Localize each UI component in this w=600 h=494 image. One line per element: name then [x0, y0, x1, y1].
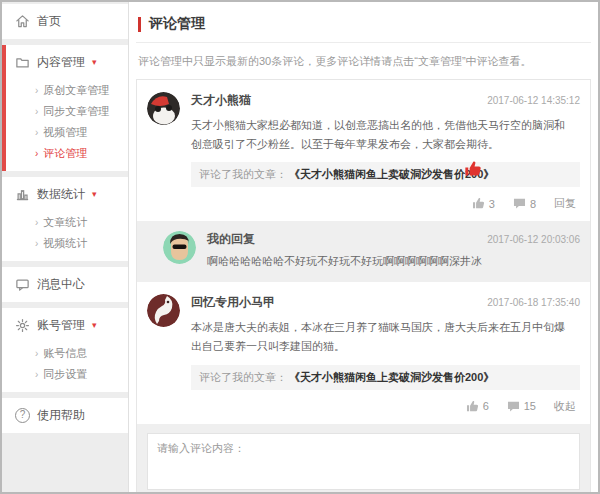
my-reply-item: 我的回复 2017-06-12 20:03:06 啊哈哈哈哈哈哈不好玩不好玩不好…: [137, 221, 590, 282]
comment-text: 本冰是唐大夫的表姐，本冰在三月养了猫咪马国庆，唐大夫后来在五月中旬爆出自己要养一…: [191, 318, 573, 355]
sidebar-group-messages: 消息中心: [2, 267, 128, 302]
comment-input[interactable]: [147, 433, 580, 490]
sidebar-item-label: 首页: [37, 13, 61, 30]
comment-timestamp: 2017-06-12 14:35:12: [487, 95, 580, 106]
chevron-right-icon: ›: [35, 348, 38, 359]
reply-link[interactable]: 回复: [554, 196, 576, 211]
like-button[interactable]: 6: [466, 400, 489, 413]
comment-text: 天才小熊猫大家想必都知道，以创意恶搞出名的他，凭借他天马行空的脑洞和创意吸引了不…: [191, 116, 573, 153]
comment-bubble-icon: [514, 199, 525, 209]
quoted-article: 评论了我的文章：《天才小熊猫闲鱼上卖破洞沙发售价200》: [191, 365, 580, 390]
thumb-up-icon: [473, 198, 484, 208]
main-content: 评论管理 评论管理中只显示最新的30条评论，更多评论详情请点击“文章管理”中评论…: [129, 2, 598, 492]
sidebar-subitem-label: 文章统计: [43, 215, 87, 230]
comment-item: 回忆专用小马甲 2017-06-18 17:35:40 本冰是唐大夫的表姐，本冰…: [137, 282, 590, 423]
page-header: 评论管理: [136, 2, 591, 43]
sidebar-group-content: 内容管理 ▾ › 原创文章管理 › 同步文章管理 › 视频管理 › 评: [2, 45, 128, 171]
sidebar-item-label: 内容管理: [37, 54, 85, 71]
sidebar-item-message-center[interactable]: 消息中心: [2, 267, 128, 302]
comment-body: 回忆专用小马甲 2017-06-18 17:35:40 本冰是唐大夫的表姐，本冰…: [191, 294, 580, 419]
sidebar-item-video-stats[interactable]: › 视频统计: [2, 233, 128, 254]
sidebar-group-stats: 数据统计 ▾ › 文章统计 › 视频统计: [2, 177, 128, 261]
sidebar-group-home: 首页: [2, 4, 128, 39]
message-icon: [15, 277, 30, 292]
sidebar-item-sync-articles[interactable]: › 同步文章管理: [2, 101, 128, 122]
sidebar: 首页 内容管理 ▾ › 原创文章管理 › 同步文章管理: [2, 2, 129, 492]
reply-header: 我的回复 2017-06-12 20:03:06: [207, 231, 580, 248]
comment-count-button[interactable]: 8: [513, 197, 536, 210]
comment-author: 回忆专用小马甲: [191, 294, 275, 311]
comment-body: 天才小熊猫 2017-06-12 14:35:12 天才小熊猫大家想必都知道，以…: [191, 92, 580, 217]
avatar: [147, 92, 180, 125]
comment-author: 天才小熊猫: [191, 92, 251, 109]
avatar: [147, 294, 180, 327]
sidebar-item-label: 使用帮助: [37, 407, 85, 424]
sidebar-subitem-label: 账号信息: [43, 346, 87, 361]
comment-item: 天才小熊猫 2017-06-12 14:35:12 天才小熊猫大家想必都知道，以…: [137, 80, 590, 221]
sidebar-item-account-mgmt[interactable]: 账号管理 ▾: [2, 308, 128, 343]
sidebar-subitem-label: 原创文章管理: [43, 83, 109, 98]
reply-body: 我的回复 2017-06-12 20:03:06 啊哈哈哈哈哈哈不好玩不好玩不好…: [207, 231, 580, 269]
avatar: [163, 231, 196, 264]
sidebar-group-help: ? 使用帮助: [2, 398, 128, 433]
caret-down-icon: ▾: [92, 190, 97, 199]
chevron-right-icon: ›: [35, 238, 38, 249]
comment-composer: 还可以输入600字 发送（Enter): [137, 424, 590, 494]
chevron-right-icon: ›: [35, 148, 38, 159]
page-title: 评论管理: [149, 15, 205, 33]
chevron-right-icon: ›: [35, 369, 38, 380]
comment-timestamp: 2017-06-18 17:35:40: [487, 297, 580, 308]
like-button[interactable]: 3: [472, 197, 495, 210]
sidebar-item-content-mgmt[interactable]: 内容管理 ▾: [2, 45, 128, 80]
gear-icon: [15, 318, 30, 333]
sidebar-subitem-label: 视频管理: [43, 125, 87, 140]
chevron-right-icon: ›: [35, 85, 38, 96]
sidebar-subitem-label: 同步设置: [43, 367, 87, 382]
comment-bubble-icon: [508, 401, 519, 411]
sidebar-item-label: 数据统计: [37, 186, 85, 203]
reply-timestamp: 2017-06-12 20:03:06: [487, 234, 580, 245]
comment-count-button[interactable]: 15: [507, 400, 536, 413]
sidebar-item-account-info[interactable]: › 账号信息: [2, 343, 128, 364]
comment-list-card: 天才小熊猫 2017-06-12 14:35:12 天才小熊猫大家想必都知道，以…: [136, 79, 591, 494]
sidebar-item-help[interactable]: ? 使用帮助: [2, 398, 128, 433]
reply-count: 15: [524, 400, 536, 412]
sidebar-sublist-stats: › 文章统计 › 视频统计: [2, 212, 128, 261]
app-window: 首页 内容管理 ▾ › 原创文章管理 › 同步文章管理: [0, 0, 600, 494]
sidebar-item-label: 消息中心: [37, 276, 85, 293]
sidebar-item-comment-mgmt[interactable]: › 评论管理: [2, 143, 128, 164]
sidebar-sublist-account: › 账号信息 › 同步设置: [2, 343, 128, 392]
article-title-link[interactable]: 《天才小熊猫闲鱼上卖破洞沙发售价200》: [289, 371, 494, 383]
comment-header: 回忆专用小马甲 2017-06-18 17:35:40: [191, 294, 580, 311]
sidebar-subitem-label: 同步文章管理: [43, 104, 109, 119]
comment-actions: 6 15 收起: [191, 390, 580, 420]
home-icon: [15, 14, 30, 29]
active-group-indicator: [2, 45, 6, 171]
caret-down-icon: ▾: [92, 321, 97, 330]
sidebar-item-original-articles[interactable]: › 原创文章管理: [2, 80, 128, 101]
like-burst-icon: [464, 160, 482, 180]
folder-icon: [15, 55, 30, 70]
chevron-right-icon: ›: [35, 106, 38, 117]
sidebar-subitem-label: 评论管理: [43, 146, 87, 161]
sidebar-subitem-label: 视频统计: [43, 236, 87, 251]
caret-down-icon: ▾: [92, 58, 97, 67]
chevron-right-icon: ›: [35, 217, 38, 228]
sidebar-group-account: 账号管理 ▾ › 账号信息 › 同步设置: [2, 308, 128, 392]
sidebar-item-data-stats[interactable]: 数据统计 ▾: [2, 177, 128, 212]
thumb-up-icon: [467, 401, 478, 411]
sidebar-item-sync-settings[interactable]: › 同步设置: [2, 364, 128, 385]
notice-text: 评论管理中只显示最新的30条评论，更多评论详情请点击“文章管理”中评论查看。: [138, 54, 589, 69]
reply-count: 8: [530, 198, 536, 210]
quote-label: 评论了我的文章：: [199, 371, 287, 383]
sidebar-sublist-content: › 原创文章管理 › 同步文章管理 › 视频管理 › 评论管理: [2, 80, 128, 171]
quote-label: 评论了我的文章：: [199, 168, 287, 180]
bar-chart-icon: [15, 187, 30, 202]
collapse-link[interactable]: 收起: [554, 399, 576, 414]
sidebar-item-video-mgmt[interactable]: › 视频管理: [2, 122, 128, 143]
comment-actions: 3 8 回复: [191, 187, 580, 217]
like-count: 6: [483, 400, 489, 412]
comment-header: 天才小熊猫 2017-06-12 14:35:12: [191, 92, 580, 109]
sidebar-item-article-stats[interactable]: › 文章统计: [2, 212, 128, 233]
sidebar-item-home[interactable]: 首页: [2, 4, 128, 39]
